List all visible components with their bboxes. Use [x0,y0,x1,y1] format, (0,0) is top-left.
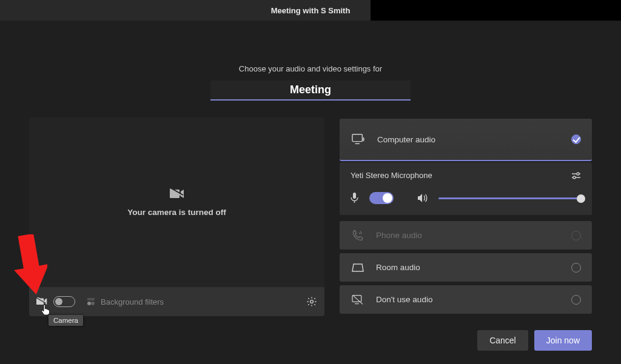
join-now-button[interactable]: Join now [534,330,592,351]
computer-audio-radio[interactable] [571,134,581,144]
no-audio-radio[interactable] [571,295,581,305]
no-audio-icon [352,294,364,305]
room-audio-icon [352,262,364,273]
audio-option-room[interactable]: Room audio [340,253,592,282]
svg-point-7 [310,300,314,303]
audio-option-computer[interactable]: Computer audio [340,119,592,161]
svg-point-9 [577,173,579,175]
video-off-icon [170,188,184,200]
audio-device-name: Yeti Stereo Microphone [351,171,432,180]
device-settings-sliders-icon[interactable] [571,171,581,180]
camera-tooltip: Camera [49,315,83,326]
camera-toggle[interactable] [53,296,75,307]
svg-rect-8 [352,134,362,142]
svg-rect-11 [353,193,356,199]
phone-audio-icon [352,230,364,242]
audio-option-none[interactable]: Don't use audio [340,285,592,314]
camera-off-text: Your camera is turned off [127,208,226,217]
audio-panel: Computer audio Yeti Stereo Microphone [340,117,592,316]
camera-off-small-icon [36,297,47,306]
window-title: Meeting with S Smith [271,6,351,15]
cancel-button[interactable]: Cancel [477,330,528,351]
prejoin-screen: Choose your audio and video settings for… [0,21,621,364]
svg-point-4 [87,302,91,305]
video-preview: Your camera is turned off [29,117,324,287]
background-filters-label: Background filters [101,297,164,306]
background-filters-button[interactable]: Background filters [86,297,164,306]
speaker-icon [417,193,428,203]
meeting-name-input[interactable] [210,81,411,101]
meeting-name-wrap [0,81,621,101]
mic-volume-row [351,192,581,204]
computer-audio-icon [352,133,365,145]
audio-device-block: Yeti Stereo Microphone [340,162,592,215]
volume-slider[interactable] [438,197,581,199]
device-row: Yeti Stereo Microphone [351,171,581,180]
microphone-toggle[interactable] [369,192,394,204]
settings-prompt: Choose your audio and video settings for [0,64,621,73]
computer-audio-label: Computer audio [377,135,435,144]
footer-buttons: Cancel Join now [477,330,592,351]
audio-option-phone: Phone audio [340,221,592,250]
svg-rect-6 [87,298,95,300]
svg-point-10 [573,176,576,179]
phone-audio-radio [571,231,581,240]
video-settings-gear-icon[interactable] [306,296,317,307]
room-audio-radio[interactable] [571,263,581,273]
svg-point-5 [91,302,95,305]
video-controls-bar: Background filters [29,287,324,316]
background-filters-icon [86,297,96,306]
video-panel: Your camera is turned off [29,117,324,316]
no-audio-label: Don't use audio [376,295,432,304]
microphone-icon [351,193,358,204]
panels: Your camera is turned off [29,117,592,316]
room-audio-label: Room audio [376,263,420,272]
window-titlebar: Meeting with S Smith [0,0,621,21]
phone-audio-label: Phone audio [376,231,422,240]
